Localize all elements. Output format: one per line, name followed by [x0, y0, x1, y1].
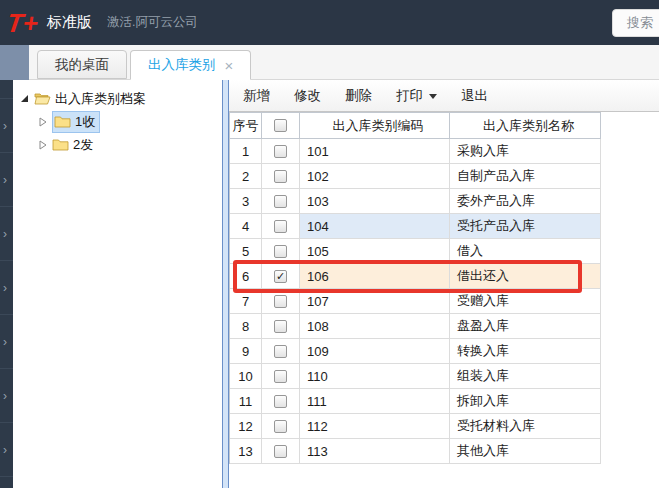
- row-checkbox-cell[interactable]: [262, 439, 300, 464]
- tree-root-node[interactable]: 出入库类别档案: [13, 87, 222, 110]
- row-checkbox-cell[interactable]: [262, 239, 300, 264]
- sidebar-section[interactable]: ›: [0, 153, 13, 207]
- exit-button[interactable]: 退出: [451, 83, 498, 109]
- row-checkbox[interactable]: [274, 195, 287, 208]
- add-button[interactable]: 新增: [233, 83, 280, 109]
- row-checkbox-cell[interactable]: [262, 139, 300, 164]
- row-code[interactable]: 105: [300, 239, 450, 264]
- row-code[interactable]: 112: [300, 414, 450, 439]
- row-name[interactable]: 转换入库: [450, 339, 601, 364]
- row-code[interactable]: 103: [300, 189, 450, 214]
- row-code[interactable]: 111: [300, 389, 450, 414]
- row-code[interactable]: 110: [300, 364, 450, 389]
- row-checkbox[interactable]: [274, 320, 287, 333]
- row-checkbox[interactable]: ✓: [274, 270, 287, 283]
- row-index: 4: [230, 214, 262, 239]
- table-row[interactable]: 8108盘盈入库: [230, 314, 601, 339]
- row-name[interactable]: 组装入库: [450, 364, 601, 389]
- row-checkbox[interactable]: [274, 345, 287, 358]
- sidebar-top-block[interactable]: [0, 45, 29, 80]
- table-row[interactable]: 7107受赠入库: [230, 289, 601, 314]
- table-row[interactable]: 1101采购入库: [230, 139, 601, 164]
- row-name[interactable]: 委外产品入库: [450, 189, 601, 214]
- expanded-arrow-icon[interactable]: [20, 94, 30, 104]
- select-all-checkbox[interactable]: [274, 119, 287, 132]
- row-checkbox-cell[interactable]: [262, 164, 300, 189]
- sidebar-section[interactable]: ›: [0, 207, 13, 261]
- row-checkbox[interactable]: [274, 445, 287, 458]
- tree-node-receive-label[interactable]: 1收: [75, 113, 95, 131]
- panel-splitter[interactable]: [222, 79, 229, 488]
- tree-root-label[interactable]: 出入库类别档案: [55, 90, 146, 108]
- row-checkbox[interactable]: [274, 220, 287, 233]
- sidebar-section[interactable]: ›: [0, 423, 13, 477]
- row-name[interactable]: 借入: [450, 239, 601, 264]
- row-name[interactable]: 受托材料入库: [450, 414, 601, 439]
- row-checkbox[interactable]: [274, 295, 287, 308]
- collapsed-arrow-icon[interactable]: [38, 140, 48, 150]
- collapsed-nav-sidebar[interactable]: ››››››››: [0, 45, 13, 488]
- collapsed-arrow-icon[interactable]: [38, 117, 48, 127]
- header-code[interactable]: 出入库类别编码: [300, 113, 450, 139]
- row-name[interactable]: 借出还入: [450, 264, 601, 289]
- row-name[interactable]: 受赠入库: [450, 289, 601, 314]
- table-row[interactable]: 9109转换入库: [230, 339, 601, 364]
- row-checkbox[interactable]: [274, 370, 287, 383]
- sidebar-section[interactable]: ›: [0, 315, 13, 369]
- row-checkbox-cell[interactable]: [262, 339, 300, 364]
- row-name[interactable]: 自制产品入库: [450, 164, 601, 189]
- table-row[interactable]: 11111拆卸入库: [230, 389, 601, 414]
- row-code[interactable]: 113: [300, 439, 450, 464]
- row-name[interactable]: 受托产品入库: [450, 214, 601, 239]
- row-code[interactable]: 109: [300, 339, 450, 364]
- row-checkbox[interactable]: [274, 145, 287, 158]
- tree-node-selected-highlight[interactable]: 1收: [52, 111, 100, 133]
- header-name[interactable]: 出入库类别名称: [450, 113, 601, 139]
- table-row[interactable]: 2102自制产品入库: [230, 164, 601, 189]
- row-code[interactable]: 107: [300, 289, 450, 314]
- row-code[interactable]: 102: [300, 164, 450, 189]
- table-row[interactable]: 13113其他入库: [230, 439, 601, 464]
- row-checkbox[interactable]: [274, 395, 287, 408]
- delete-button[interactable]: 删除: [335, 83, 382, 109]
- row-checkbox[interactable]: [274, 245, 287, 258]
- header-select-all-cell[interactable]: [262, 113, 300, 139]
- table-row[interactable]: 10110组装入库: [230, 364, 601, 389]
- row-checkbox-cell[interactable]: [262, 389, 300, 414]
- row-code[interactable]: 101: [300, 139, 450, 164]
- row-checkbox[interactable]: [274, 170, 287, 183]
- row-checkbox-cell[interactable]: ✓: [262, 264, 300, 289]
- row-checkbox-cell[interactable]: [262, 364, 300, 389]
- row-checkbox[interactable]: [274, 420, 287, 433]
- row-name[interactable]: 盘盈入库: [450, 314, 601, 339]
- table-row[interactable]: 4104受托产品入库: [230, 214, 601, 239]
- tab-inout-category[interactable]: 出入库类别 ×: [130, 50, 251, 80]
- row-code[interactable]: 108: [300, 314, 450, 339]
- sidebar-section[interactable]: ›: [0, 261, 13, 315]
- tab-close-icon[interactable]: ×: [225, 57, 234, 74]
- edit-button[interactable]: 修改: [284, 83, 331, 109]
- row-checkbox-cell[interactable]: [262, 189, 300, 214]
- tree-node-issue-label[interactable]: 2发: [73, 136, 93, 154]
- row-checkbox-cell[interactable]: [262, 289, 300, 314]
- search-button[interactable]: 搜索: [612, 9, 659, 37]
- table-row[interactable]: 12112受托材料入库: [230, 414, 601, 439]
- tree-node-receive[interactable]: 1收: [13, 110, 222, 133]
- row-checkbox-cell[interactable]: [262, 214, 300, 239]
- row-code[interactable]: 106: [300, 264, 450, 289]
- toolbar: 新增 修改 删除 打印 退出: [229, 80, 659, 112]
- table-row[interactable]: 6✓106借出还入: [230, 264, 601, 289]
- tree-node-issue[interactable]: 2发: [13, 133, 222, 156]
- table-row[interactable]: 5105借入: [230, 239, 601, 264]
- sidebar-section[interactable]: ›: [0, 369, 13, 423]
- row-name[interactable]: 拆卸入库: [450, 389, 601, 414]
- row-name[interactable]: 采购入库: [450, 139, 601, 164]
- row-name[interactable]: 其他入库: [450, 439, 601, 464]
- tab-my-desktop[interactable]: 我的桌面: [37, 50, 127, 79]
- sidebar-section[interactable]: ›: [0, 99, 13, 153]
- print-button[interactable]: 打印: [386, 83, 447, 109]
- row-code[interactable]: 104: [300, 214, 450, 239]
- table-row[interactable]: 3103委外产品入库: [230, 189, 601, 214]
- row-checkbox-cell[interactable]: [262, 314, 300, 339]
- row-checkbox-cell[interactable]: [262, 414, 300, 439]
